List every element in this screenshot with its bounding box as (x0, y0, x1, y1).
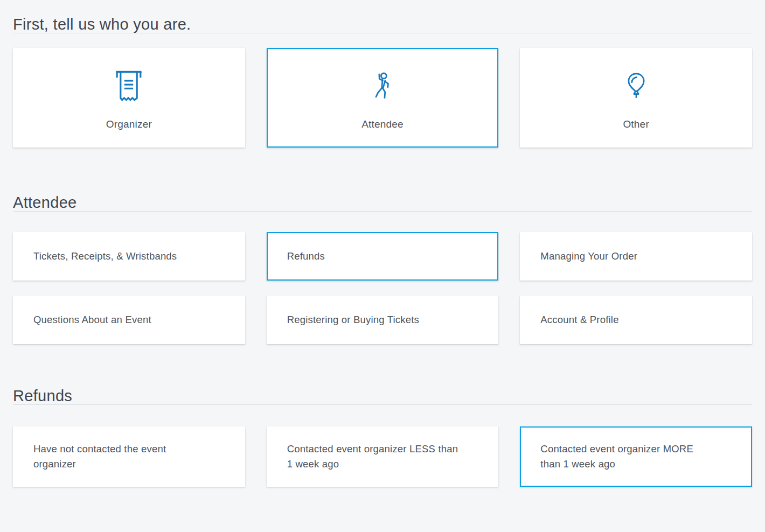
refund-card-label: Contacted event organizer MORE than 1 we… (540, 442, 713, 472)
refund-card-contacted-less-than-1-week[interactable]: Contacted event organizer LESS than 1 we… (267, 426, 499, 487)
topic-card-managing-your-order[interactable]: Managing Your Order (520, 232, 752, 281)
support-flow-page: First, tell us who you are. Organizer (0, 0, 765, 487)
divider (13, 211, 752, 212)
topic-card-refunds[interactable]: Refunds (267, 232, 499, 281)
who-card-organizer[interactable]: Organizer (13, 48, 245, 148)
refund-card-label: Have not contacted the event organizer (33, 442, 206, 472)
topic-card-tickets-receipts-wristbands[interactable]: Tickets, Receipts, & Wristbands (13, 232, 245, 281)
refund-option-grid: Have not contacted the event organizer C… (13, 426, 752, 487)
divider (13, 404, 752, 405)
topic-card-registering-or-buying-tickets[interactable]: Registering or Buying Tickets (267, 296, 499, 344)
who-card-label: Attendee (361, 118, 404, 130)
attendee-section: Attendee Tickets, Receipts, & Wristbands… (13, 194, 752, 344)
topic-card-label: Questions About an Event (33, 312, 151, 327)
refund-card-not-contacted[interactable]: Have not contacted the event organizer (13, 426, 245, 487)
page-title: First, tell us who you are. (13, 0, 752, 33)
topic-card-questions-about-an-event[interactable]: Questions About an Event (13, 296, 245, 344)
who-card-other[interactable]: Other (520, 48, 752, 148)
who-card-label: Other (623, 118, 649, 130)
topic-card-account-profile[interactable]: Account & Profile (520, 296, 752, 344)
topic-card-label: Account & Profile (540, 312, 618, 327)
refund-card-label: Contacted event organizer LESS than 1 we… (287, 442, 460, 472)
topic-card-label: Tickets, Receipts, & Wristbands (33, 249, 177, 264)
attendee-topic-grid: Tickets, Receipts, & Wristbands Refunds … (13, 232, 752, 344)
who-section: First, tell us who you are. Organizer (13, 0, 752, 148)
divider (13, 33, 752, 33)
who-card-grid: Organizer Attendee (13, 48, 752, 148)
refunds-section: Refunds Have not contacted the event org… (13, 387, 752, 487)
attendee-section-heading: Attendee (13, 194, 752, 211)
refund-card-contacted-more-than-1-week[interactable]: Contacted event organizer MORE than 1 we… (520, 426, 752, 487)
topic-card-label: Registering or Buying Tickets (287, 312, 419, 327)
balloon-icon (625, 69, 648, 104)
topic-card-label: Managing Your Order (540, 249, 637, 264)
topic-card-label: Refunds (287, 249, 325, 264)
receipt-icon (115, 69, 142, 104)
dancing-person-icon (371, 69, 394, 104)
refunds-section-heading: Refunds (13, 387, 752, 404)
who-card-label: Organizer (106, 118, 152, 130)
who-card-attendee[interactable]: Attendee (267, 48, 499, 148)
